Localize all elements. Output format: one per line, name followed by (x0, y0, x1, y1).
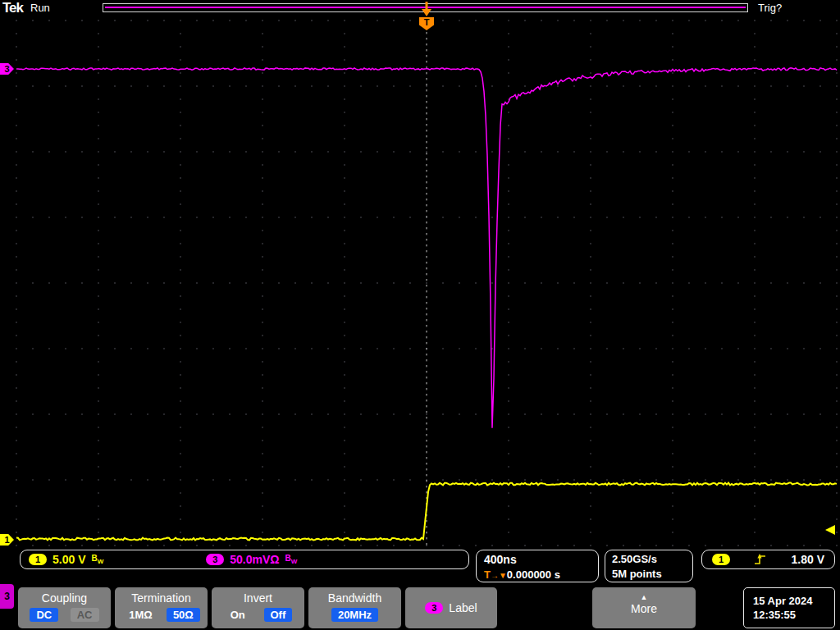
trigger-source-badge: 1 (712, 554, 730, 565)
invert-button[interactable]: Invert On Off (212, 587, 304, 628)
ch3-bandwidth-limit-icon: BW (285, 554, 298, 565)
trigger-arrow-icon: →▼ (491, 571, 507, 580)
bandwidth-title: Bandwidth (308, 591, 401, 605)
more-title: More (592, 602, 696, 615)
trigger-readout: 1 1.80 V (701, 550, 835, 569)
ch1-badge: 1 (29, 554, 47, 565)
timebase-scale: 400ns (484, 552, 591, 567)
label-title: Label (449, 601, 477, 614)
more-up-arrow-icon: ▲ (592, 593, 696, 601)
datetime-box: 15 Apr 2024 12:35:55 (743, 587, 835, 628)
coupling-title: Coupling (18, 591, 111, 605)
ch3-badge: 3 (206, 554, 224, 565)
more-button[interactable]: ▲ More (592, 587, 696, 628)
trigger-level: 1.80 V (792, 553, 824, 566)
ch1-scale: 5.00 V (52, 553, 85, 566)
ch3-scale: 50.0mVΩ (230, 553, 279, 566)
termination-50ohm-option[interactable]: 50Ω (167, 608, 200, 622)
record-length: 5M points (612, 567, 686, 582)
ch1-bandwidth-limit-icon: BW (91, 554, 103, 565)
invert-on-option[interactable]: On (224, 608, 252, 622)
bandwidth-20mhz-option[interactable]: 20MHz (331, 608, 378, 622)
date-display: 15 Apr 2024 (753, 594, 834, 608)
sample-rate: 2.50GS/s (612, 552, 686, 567)
label-channel-badge: 3 (425, 602, 443, 614)
coupling-button[interactable]: Coupling DC AC (18, 587, 111, 628)
trigger-position-readout: 0.000000 s (507, 568, 560, 581)
termination-title: Termination (115, 591, 208, 605)
oscilloscope-screen: Tek Run Trig? 3 1 T 1 5.00 V BW 3 50.0mV… (0, 0, 840, 630)
acquisition-readout: 2.50GS/s 5M points (605, 550, 693, 582)
coupling-dc-option[interactable]: DC (30, 608, 58, 622)
waveform-display (0, 0, 840, 630)
horizontal-readout: 400ns T→▼0.000000 s (476, 550, 599, 582)
trigger-t-icon: T (484, 568, 491, 581)
channel-scale-readout: 1 5.00 V BW 3 50.0mVΩ BW (20, 550, 469, 569)
time-display: 12:35:55 (753, 608, 834, 622)
termination-1meg-option[interactable]: 1MΩ (122, 608, 158, 622)
rising-edge-icon (754, 553, 767, 566)
coupling-ac-option[interactable]: AC (71, 608, 99, 622)
label-button[interactable]: 3 Label (405, 587, 497, 628)
invert-title: Invert (212, 591, 304, 605)
termination-button[interactable]: Termination 1MΩ 50Ω (115, 587, 208, 628)
menu-channel-tab[interactable]: 3 (0, 584, 14, 609)
invert-off-option[interactable]: Off (264, 608, 293, 622)
bandwidth-button[interactable]: Bandwidth 20MHz (308, 587, 401, 628)
